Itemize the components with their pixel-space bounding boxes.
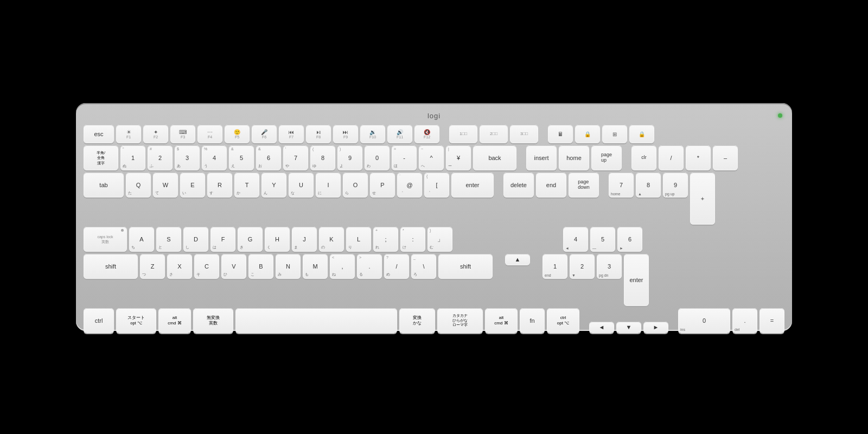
key-5[interactable]: & 5 え	[229, 145, 254, 170]
key-apps[interactable]: ⊞	[602, 125, 627, 143]
key-arrow-right[interactable]: ►	[643, 322, 668, 333]
key-pagedown[interactable]: pagedown	[569, 173, 599, 197]
key-muhenkan[interactable]: 無変換英数	[193, 308, 233, 333]
key-slash[interactable]: ? / め	[384, 254, 409, 279]
key-f6[interactable]: 🎤 F6	[252, 125, 277, 143]
key-f11[interactable]: 🔊 F11	[387, 125, 412, 143]
key-bracket-j[interactable]: } 」 む	[427, 227, 452, 252]
key-f1[interactable]: ☀ F1	[116, 125, 141, 143]
key-prtsc3[interactable]: 3□□	[510, 125, 538, 143]
key-home[interactable]: home	[559, 145, 589, 170]
key-f[interactable]: F は	[210, 227, 235, 252]
key-1[interactable]: " 1 ぬ	[120, 145, 145, 170]
key-f7[interactable]: ⏮ F7	[279, 125, 304, 143]
key-tab[interactable]: tab	[84, 173, 124, 197]
key-arrow-left[interactable]: ◄	[589, 322, 614, 333]
key-2[interactable]: # 2 ふ	[148, 145, 173, 170]
key-alt-right[interactable]: altcmd ⌘	[485, 308, 518, 333]
key-s[interactable]: S と	[156, 227, 181, 252]
key-e[interactable]: E い	[180, 173, 205, 197]
key-semicolon[interactable]: + ; れ	[373, 227, 398, 252]
key-esc[interactable]: esc	[84, 125, 114, 143]
key-prtsc2[interactable]: 2□□	[480, 125, 508, 143]
key-4[interactable]: % 4 う	[202, 145, 227, 170]
key-f3[interactable]: ⌨ F3	[170, 125, 195, 143]
key-f4[interactable]: ⋯ F4	[197, 125, 222, 143]
key-ctrl-left[interactable]: ctrl	[84, 308, 114, 333]
key-num-clear[interactable]: clr	[631, 145, 656, 170]
key-v[interactable]: V ひ	[221, 254, 246, 279]
key-num5[interactable]: 5 —	[590, 227, 615, 252]
key-num-enter[interactable]: enter	[624, 254, 649, 306]
key-num-minus[interactable]: –	[713, 145, 738, 170]
key-num7[interactable]: 7 home	[609, 173, 634, 197]
key-g[interactable]: G き	[238, 227, 263, 252]
key-bracket-open[interactable]: { [ ゜	[424, 173, 449, 197]
key-c[interactable]: C そ	[194, 254, 219, 279]
key-start[interactable]: スタートopt ⌥	[116, 308, 156, 333]
key-m[interactable]: M も	[303, 254, 328, 279]
key-f10[interactable]: 🔉 F10	[360, 125, 385, 143]
key-hankaku[interactable]: 半角/全角漢字	[84, 145, 118, 170]
key-l[interactable]: L り	[346, 227, 371, 252]
key-fn[interactable]: fn	[520, 308, 545, 333]
key-k[interactable]: K の	[319, 227, 344, 252]
key-num9[interactable]: 9 pg up	[663, 173, 688, 197]
key-num-plus[interactable]: +	[690, 173, 715, 225]
key-j[interactable]: J ま	[292, 227, 317, 252]
key-alt-left[interactable]: altcmd ⌘	[158, 308, 191, 333]
key-katakana[interactable]: カタカナひらがなローマ字	[437, 308, 483, 333]
key-f12[interactable]: 🔇 F12	[414, 125, 439, 143]
key-screen-lock[interactable]: 🔒	[575, 125, 600, 143]
key-at[interactable]: ` @ ゛	[397, 173, 422, 197]
key-caps-lock[interactable]: caps lock英数	[84, 227, 127, 252]
key-t[interactable]: T か	[234, 173, 259, 197]
key-n[interactable]: N み	[276, 254, 301, 279]
key-u[interactable]: U な	[289, 173, 314, 197]
key-9[interactable]: ) 9 よ	[337, 145, 362, 170]
key-shift-right[interactable]: shift	[438, 254, 493, 279]
key-delete[interactable]: delete	[503, 173, 534, 197]
key-f5[interactable]: 🙂 F5	[225, 125, 250, 143]
key-h[interactable]: H く	[265, 227, 290, 252]
key-pageup[interactable]: pageup	[591, 145, 622, 170]
key-num-div[interactable]: /	[659, 145, 684, 170]
key-henkan[interactable]: 変換かな	[399, 308, 435, 333]
key-comma[interactable]: < , ね	[330, 254, 355, 279]
key-x[interactable]: X さ	[167, 254, 192, 279]
key-y[interactable]: Y ん	[261, 173, 286, 197]
key-colon[interactable]: * : け	[400, 227, 425, 252]
key-q[interactable]: Q た	[126, 173, 151, 197]
key-lock[interactable]: 🔒	[629, 125, 654, 143]
key-num-dot[interactable]: . del	[732, 308, 757, 333]
key-b[interactable]: B こ	[248, 254, 273, 279]
key-prtsc1[interactable]: 1□□	[449, 125, 477, 143]
key-insert[interactable]: insert	[526, 145, 557, 170]
key-num4[interactable]: 4 ◄	[563, 227, 588, 252]
key-num8[interactable]: 8 ▲	[636, 173, 661, 197]
key-p[interactable]: P せ	[370, 173, 395, 197]
key-o[interactable]: O ら	[343, 173, 368, 197]
key-shift-left[interactable]: shift	[84, 254, 138, 279]
key-yen[interactable]: | ¥ ー	[446, 145, 471, 170]
key-3[interactable]: $ 3 あ	[175, 145, 200, 170]
key-num0[interactable]: 0 ins	[678, 308, 730, 333]
key-enter-q[interactable]: enter	[451, 173, 494, 197]
key-period[interactable]: > . る	[357, 254, 382, 279]
key-num2[interactable]: 2 ▼	[570, 254, 595, 279]
key-w[interactable]: W て	[153, 173, 178, 197]
key-space[interactable]	[235, 308, 397, 333]
key-num1[interactable]: 1 end	[542, 254, 567, 279]
key-a[interactable]: A ち	[129, 227, 154, 252]
key-f2[interactable]: ✦ F2	[143, 125, 168, 143]
key-num3[interactable]: 3 pg dn	[597, 254, 622, 279]
key-arrow-up[interactable]: ▲	[505, 254, 530, 265]
key-num-eq[interactable]: =	[760, 308, 784, 333]
key-end[interactable]: end	[536, 173, 566, 197]
key-0[interactable]: 0 わ	[365, 145, 390, 170]
key-backspace[interactable]: back	[473, 145, 516, 170]
key-7[interactable]: ' 7 や	[283, 145, 308, 170]
key-caret[interactable]: ~ ^ へ	[419, 145, 444, 170]
key-z[interactable]: Z つ	[140, 254, 165, 279]
key-r[interactable]: R す	[207, 173, 232, 197]
